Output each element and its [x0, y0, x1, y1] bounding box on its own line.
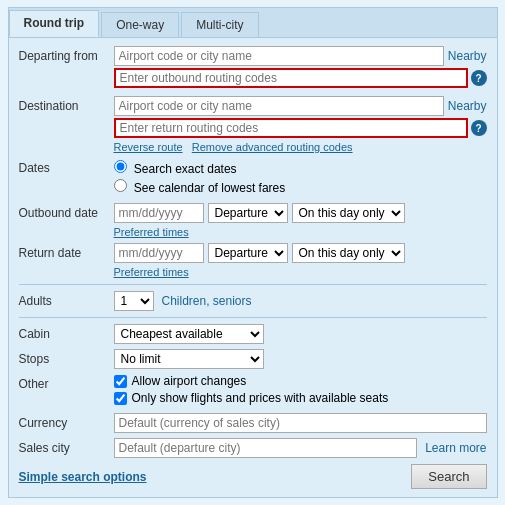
currency-label: Currency — [19, 413, 114, 430]
stops-field: No limit Nonstop 1 stop 2 stops — [114, 349, 487, 369]
departing-from-input[interactable] — [114, 46, 444, 66]
destination-nearby-link[interactable]: Nearby — [448, 99, 487, 113]
outbound-date-row: Outbound date Departure Arrival On this … — [19, 203, 487, 238]
routing-links: Reverse route Remove advanced routing co… — [114, 141, 487, 153]
destination-input[interactable] — [114, 96, 444, 116]
departing-nearby-link[interactable]: Nearby — [448, 49, 487, 63]
tab-bar: Round trip One-way Multi-city — [9, 8, 497, 38]
dates-radio-group: Search exact dates See calendar of lowes… — [114, 158, 487, 195]
return-routing-help-icon[interactable]: ? — [471, 120, 487, 136]
sales-city-label: Sales city — [19, 438, 114, 455]
remove-advanced-link[interactable]: Remove advanced routing codes — [192, 141, 353, 153]
divider-1 — [19, 284, 487, 285]
dates-row: Dates Search exact dates See calendar of… — [19, 158, 487, 198]
return-date-label: Return date — [19, 243, 114, 260]
return-date-inputs: Departure Arrival On this day only ±1 da… — [114, 243, 487, 263]
outbound-routing-row: ? — [114, 68, 487, 88]
return-date-row: Return date Departure Arrival On this da… — [19, 243, 487, 278]
destination-fields: Nearby ? Reverse route Remove advanced r… — [114, 96, 487, 153]
dates-options: Search exact dates See calendar of lowes… — [114, 158, 487, 198]
adults-fields: 1234 Children, seniors — [114, 291, 487, 311]
sales-city-input[interactable] — [114, 438, 418, 458]
divider-2 — [19, 317, 487, 318]
stops-label: Stops — [19, 349, 114, 366]
cabin-select[interactable]: Cheapest available Economy Premium Econo… — [114, 324, 264, 344]
cabin-label: Cabin — [19, 324, 114, 341]
destination-label: Destination — [19, 96, 114, 113]
other-row: Other Allow airport changes Only show fl… — [19, 374, 487, 408]
exact-dates-radio[interactable] — [114, 160, 127, 173]
calendar-dates-label: See calendar of lowest fares — [114, 179, 487, 195]
sales-city-controls: Learn more — [114, 438, 487, 458]
only-show-row: Only show flights and prices with availa… — [114, 391, 487, 405]
outbound-departure-select[interactable]: Departure Arrival — [208, 203, 288, 223]
stops-select[interactable]: No limit Nonstop 1 stop 2 stops — [114, 349, 264, 369]
form-content: Departing from Nearby ? Destination Near… — [9, 38, 497, 497]
currency-row: Currency — [19, 413, 487, 433]
return-date-fields: Departure Arrival On this day only ±1 da… — [114, 243, 487, 278]
other-fields: Allow airport changes Only show flights … — [114, 374, 487, 408]
search-button[interactable]: Search — [411, 464, 486, 489]
only-show-text: Only show flights and prices with availa… — [132, 391, 389, 405]
tab-one-way[interactable]: One-way — [101, 12, 179, 37]
reverse-route-link[interactable]: Reverse route — [114, 141, 183, 153]
exact-dates-label: Search exact dates — [114, 160, 487, 176]
exact-dates-text: Search exact dates — [134, 162, 237, 176]
adults-row: Adults 1234 Children, seniors — [19, 291, 487, 311]
calendar-dates-radio[interactable] — [114, 179, 127, 192]
outbound-routing-help-icon[interactable]: ? — [471, 70, 487, 86]
outbound-date-input[interactable] — [114, 203, 204, 223]
departing-airport-row: Nearby — [114, 46, 487, 66]
return-preferred-times-link[interactable]: Preferred times — [114, 266, 487, 278]
allow-airport-text: Allow airport changes — [132, 374, 247, 388]
outbound-date-fields: Departure Arrival On this day only ±1 da… — [114, 203, 487, 238]
bottom-row: Simple search options Search — [19, 464, 487, 489]
outbound-routing-input[interactable] — [114, 68, 468, 88]
departing-from-row: Departing from Nearby ? — [19, 46, 487, 91]
learn-more-link[interactable]: Learn more — [425, 441, 486, 455]
cabin-field: Cheapest available Economy Premium Econo… — [114, 324, 487, 344]
allow-airport-checkbox[interactable] — [114, 375, 127, 388]
dates-label: Dates — [19, 158, 114, 175]
other-label: Other — [19, 374, 114, 391]
cabin-row: Cabin Cheapest available Economy Premium… — [19, 324, 487, 344]
simple-search-link[interactable]: Simple search options — [19, 470, 147, 484]
tab-round-trip[interactable]: Round trip — [9, 10, 100, 37]
adults-controls: 1234 Children, seniors — [114, 291, 487, 311]
tab-multi-city[interactable]: Multi-city — [181, 12, 258, 37]
stops-row: Stops No limit Nonstop 1 stop 2 stops — [19, 349, 487, 369]
return-date-input[interactable] — [114, 243, 204, 263]
sales-city-row: Sales city Learn more — [19, 438, 487, 458]
return-departure-select[interactable]: Departure Arrival — [208, 243, 288, 263]
allow-airport-row: Allow airport changes — [114, 374, 487, 388]
children-seniors-link[interactable]: Children, seniors — [162, 294, 252, 308]
adults-label: Adults — [19, 291, 114, 308]
return-day-select[interactable]: On this day only ±1 day ±2 days ±3 days — [292, 243, 405, 263]
outbound-date-label: Outbound date — [19, 203, 114, 220]
return-routing-row: ? — [114, 118, 487, 138]
departing-from-label: Departing from — [19, 46, 114, 63]
sales-city-field: Learn more — [114, 438, 487, 458]
outbound-date-inputs: Departure Arrival On this day only ±1 da… — [114, 203, 487, 223]
currency-field — [114, 413, 487, 433]
calendar-dates-text: See calendar of lowest fares — [134, 181, 285, 195]
return-routing-input[interactable] — [114, 118, 468, 138]
flight-search-form: Round trip One-way Multi-city Departing … — [8, 7, 498, 498]
adults-select[interactable]: 1234 — [114, 291, 154, 311]
destination-row: Destination Nearby ? Reverse route Remov… — [19, 96, 487, 153]
only-show-checkbox[interactable] — [114, 392, 127, 405]
outbound-preferred-times-link[interactable]: Preferred times — [114, 226, 487, 238]
currency-input[interactable] — [114, 413, 487, 433]
outbound-day-select[interactable]: On this day only ±1 day ±2 days ±3 days — [292, 203, 405, 223]
destination-airport-row: Nearby — [114, 96, 487, 116]
departing-from-fields: Nearby ? — [114, 46, 487, 91]
